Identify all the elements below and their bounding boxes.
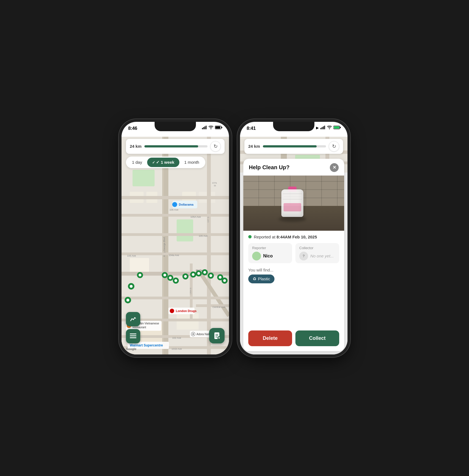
time-filter: 1 day ✓ 1 week 1 month	[126, 157, 205, 168]
map-marker-9[interactable]	[207, 272, 214, 282]
right-phone: 8:41 ▶	[240, 122, 347, 354]
svg-point-91	[130, 285, 133, 288]
svg-point-45	[172, 202, 177, 207]
location-active-icon: ▶	[316, 126, 319, 130]
material-label: Plastic	[258, 276, 270, 281]
status-icons-right: ▶	[316, 126, 341, 130]
bottle-crinkle-1	[283, 193, 302, 194]
progress-fill-right	[263, 145, 317, 147]
svg-rect-2	[204, 126, 205, 129]
svg-rect-27	[122, 233, 229, 236]
svg-text:Dollarama: Dollarama	[179, 203, 194, 206]
svg-rect-20	[207, 137, 211, 354]
svg-rect-5	[222, 127, 222, 128]
map-marker-7[interactable]	[195, 270, 202, 280]
svg-rect-96	[130, 337, 136, 338]
chart-button[interactable]	[126, 312, 140, 326]
svg-rect-0	[202, 128, 203, 129]
bottle-body	[281, 189, 303, 217]
svg-rect-110	[340, 127, 341, 128]
svg-text:137 St: 137 St	[207, 216, 209, 222]
filter-1day[interactable]: 1 day	[127, 158, 147, 167]
phone-content-right: 31 e 24 km ↻ Help Cle	[240, 137, 347, 354]
material-tag: ♻ Plastic	[248, 275, 274, 283]
svg-point-75	[192, 273, 195, 276]
svg-point-71	[174, 279, 177, 282]
svg-text:101b Ave: 101b Ave	[171, 348, 182, 350]
progress-fill-left	[144, 145, 198, 147]
svg-point-56	[192, 333, 194, 335]
svg-rect-33	[122, 297, 229, 299]
svg-rect-94	[130, 334, 136, 334]
add-report-button[interactable]	[209, 328, 225, 343]
reporter-name: Nico	[263, 254, 273, 259]
collect-button[interactable]: Collect	[295, 330, 339, 346]
filter-1week[interactable]: ✓ 1 week	[147, 158, 179, 167]
map-marker-solo-2[interactable]	[124, 297, 131, 307]
svg-rect-9	[177, 219, 193, 241]
status-time-left: 8:46	[128, 126, 137, 131]
battery-icon	[215, 126, 222, 130]
reporter-card: Reporter Nico	[248, 243, 292, 263]
refresh-button-right[interactable]: ↻	[329, 141, 339, 152]
map-marker-1[interactable]	[137, 272, 143, 282]
svg-text:136A St: 136A St	[190, 287, 192, 294]
map-marker-4[interactable]	[172, 277, 179, 287]
svg-point-93	[126, 298, 130, 302]
status-dot	[248, 235, 252, 238]
svg-text:105 Ave: 105 Ave	[199, 235, 207, 237]
map-topbar: 24 km ↻ 1 day ✓ 1 week 1 month	[122, 139, 229, 168]
find-section: You will find... ♻ Plastic	[248, 268, 339, 283]
svg-rect-108	[324, 126, 325, 129]
status-time-right: 8:41	[247, 126, 256, 131]
svg-text:102 Ave: 102 Ave	[172, 337, 181, 339]
svg-rect-106	[322, 127, 323, 129]
bottle-crinkle-3	[283, 199, 302, 200]
svg-text:Central Ave: Central Ave	[212, 306, 225, 308]
svg-rect-105	[320, 128, 321, 129]
right-topbar: 24 km ↻	[240, 139, 347, 157]
battery-icon-right	[333, 126, 341, 130]
distance-label-left: 24 km	[130, 144, 142, 149]
modal-title: Help Clean Up?	[249, 164, 290, 171]
map-container: King George Blvd 137 St 106 Ave 105A Ave…	[122, 137, 229, 354]
google-logo: Google	[126, 346, 136, 351]
phone-content-left: King George Blvd 137 St 106 Ave 105A Ave…	[122, 137, 229, 354]
map-marker-8[interactable]	[201, 269, 208, 279]
bottle-label	[284, 203, 301, 211]
svg-text:London Drugs: London Drugs	[176, 309, 196, 313]
status-icons-left	[202, 126, 222, 130]
svg-rect-23	[122, 196, 229, 199]
svg-rect-3	[206, 126, 207, 129]
map-marker-11[interactable]	[221, 277, 228, 287]
svg-point-85	[223, 279, 226, 282]
progress-wrap-left	[144, 145, 207, 147]
signal-icon-right	[320, 126, 325, 130]
refresh-button-left[interactable]: ↻	[210, 141, 221, 152]
material-icon: ♻	[253, 276, 256, 281]
delete-button[interactable]: Delete	[248, 330, 292, 346]
wifi-icon-right	[327, 126, 332, 130]
svg-point-73	[184, 275, 187, 278]
filter-1month[interactable]: 1 month	[179, 158, 204, 167]
map-marker-5[interactable]	[182, 273, 189, 283]
notch	[155, 122, 196, 131]
modal-body: Reported at 8:44AM Feb 10, 2025 Reporter…	[243, 231, 344, 292]
map-bottom-buttons	[126, 312, 140, 343]
svg-rect-95	[130, 335, 136, 336]
distance-bar-left: 24 km ↻	[126, 139, 225, 154]
close-button[interactable]: ✕	[330, 163, 339, 172]
svg-rect-25	[122, 214, 229, 217]
svg-point-69	[169, 276, 172, 279]
svg-point-67	[163, 274, 166, 276]
map-marker-solo-1[interactable]	[128, 283, 135, 293]
collector-name: No one yet...	[310, 254, 334, 258]
signal-icon	[202, 126, 207, 130]
svg-rect-1	[203, 127, 204, 129]
bottle-crinkle-2	[284, 196, 301, 197]
notch-right	[273, 122, 314, 131]
svg-point-65	[139, 274, 141, 276]
distance-label-right: 24 km	[248, 144, 260, 149]
list-button[interactable]	[126, 329, 140, 343]
svg-rect-97	[130, 334, 131, 334]
